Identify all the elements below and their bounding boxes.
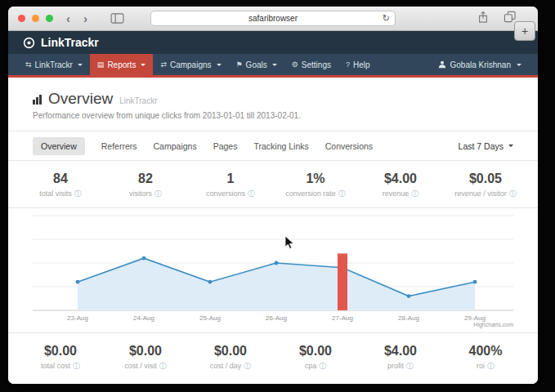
info-icon[interactable]: ⓘ (73, 363, 80, 370)
info-icon[interactable]: ⓘ (244, 363, 251, 370)
stat-total-visits: 84 total visitsⓘ (18, 172, 103, 198)
info-icon[interactable]: ⓘ (338, 190, 346, 198)
tab-overview[interactable]: Overview (33, 137, 85, 155)
stat-value: $0.05 (443, 172, 528, 186)
app-header: LinkTrackr (8, 31, 538, 54)
info-icon[interactable]: ⓘ (509, 190, 517, 198)
stat-label: conversion rate (285, 189, 336, 198)
chart-credit: Highcharts.com (473, 322, 513, 327)
help-icon: ? (346, 60, 350, 69)
tab-tracking-links[interactable]: Tracking Links (253, 141, 308, 151)
stat-cost-per-visit: $0.00 cost / visitⓘ (103, 344, 188, 370)
stats-top-row: 84 total visitsⓘ 82 visitorsⓘ 1 conversi… (8, 161, 538, 207)
tab-pages[interactable]: Pages (213, 141, 238, 151)
stat-cost-per-day: $0.00 cost / dayⓘ (188, 344, 273, 370)
caret-down-icon (517, 64, 521, 66)
minimize-window-button[interactable] (32, 15, 39, 22)
stat-label: total cost (41, 362, 70, 370)
info-icon[interactable]: ⓘ (487, 363, 495, 370)
stat-label: cpa (305, 362, 317, 370)
window-controls (18, 15, 53, 22)
stat-value: 82 (103, 172, 188, 186)
stat-roi: 400% roiⓘ (443, 344, 528, 370)
nav-item-settings[interactable]: ⚙ Settings (284, 54, 338, 75)
date-range-selector[interactable]: Last 7 Days (459, 141, 513, 151)
stat-conversions: 1 conversionsⓘ (188, 172, 273, 198)
stat-label: cost / visit (124, 362, 157, 370)
stat-revenue-per-visitor: $0.05 revenue / visitorⓘ (443, 172, 528, 198)
stat-visitors: 82 visitorsⓘ (103, 172, 188, 198)
stat-value: $0.00 (188, 344, 273, 359)
brand-name: LinkTrackr (41, 36, 99, 49)
info-icon[interactable]: ⓘ (319, 363, 326, 370)
bar-chart-icon (33, 95, 42, 105)
nav-item-label: Goals (246, 60, 267, 69)
svg-text:29-Aug: 29-Aug (464, 314, 486, 322)
nav-item-reports[interactable]: ▤ Reports (90, 54, 154, 75)
page-title-suffix: LinkTrackr (119, 96, 157, 105)
address-bar-text: safaribrowser (248, 14, 298, 23)
stat-value: $4.00 (358, 172, 443, 186)
info-icon[interactable]: ⓘ (159, 363, 167, 370)
divider (8, 207, 538, 208)
flag-icon: ⚑ (236, 60, 243, 69)
forward-button[interactable]: › (83, 12, 87, 24)
gear-icon: ⚙ (292, 60, 298, 69)
main-nav: ⇆ LinkTrackr ▤ Reports ⇄ Campaigns ⚑ Goa… (8, 54, 538, 75)
stat-value: $0.00 (18, 344, 103, 359)
tab-campaigns[interactable]: Campaigns (154, 141, 197, 151)
stat-conversion-rate: 1% conversion rateⓘ (273, 172, 358, 198)
caret-down-icon (272, 64, 277, 66)
stat-value: 84 (18, 172, 103, 186)
nav-item-goals[interactable]: ⚑ Goals (229, 54, 284, 75)
retweet-icon: ⇆ (25, 60, 32, 69)
stat-label: revenue (383, 189, 410, 198)
page-head: Overview LinkTrackr Performance overview… (8, 78, 538, 131)
date-range-label: Last 7 Days (459, 141, 504, 151)
stat-label: profit (387, 362, 404, 370)
stat-value: 1 (188, 172, 273, 186)
nav-item-linktrackr[interactable]: ⇆ LinkTrackr (18, 54, 90, 75)
shuffle-icon: ⇄ (160, 60, 167, 69)
caret-down-icon (217, 64, 222, 66)
add-button[interactable]: + (514, 21, 535, 41)
svg-text:27-Aug: 27-Aug (332, 314, 353, 322)
address-bar[interactable]: safaribrowser ↻ (150, 11, 396, 26)
info-icon[interactable]: ⓘ (406, 363, 414, 370)
sidebar-toggle-button[interactable] (110, 13, 124, 24)
nav-item-label: Help (353, 60, 370, 69)
close-window-button[interactable] (18, 15, 25, 22)
info-icon[interactable]: ⓘ (411, 190, 418, 198)
nav-item-label: LinkTrackr (35, 60, 73, 69)
user-icon (438, 60, 446, 69)
stat-label: conversions (206, 189, 245, 198)
zoom-window-button[interactable] (46, 15, 53, 22)
browser-toolbar: ‹ › safaribrowser ↻ (8, 7, 538, 31)
mouse-cursor (284, 235, 294, 250)
user-menu[interactable]: Gobala Krishnan (432, 54, 529, 75)
tab-referrers[interactable]: Referrers (101, 141, 137, 151)
nav-item-campaigns[interactable]: ⇄ Campaigns (153, 54, 228, 75)
info-icon[interactable]: ⓘ (248, 190, 255, 198)
info-icon[interactable]: ⓘ (74, 190, 82, 198)
nav-item-label: Campaigns (170, 60, 212, 69)
stat-label: total visits (39, 189, 72, 198)
caret-down-icon (78, 64, 83, 66)
tab-conversions[interactable]: Conversions (325, 141, 373, 151)
back-button[interactable]: ‹ (66, 12, 70, 24)
svg-text:24-Aug: 24-Aug (133, 314, 154, 322)
share-button[interactable] (477, 11, 489, 27)
caret-down-icon (508, 145, 513, 147)
stat-value: $4.00 (358, 344, 443, 359)
nav-item-label: Settings (302, 60, 331, 69)
stat-value: 400% (443, 344, 528, 359)
linktrackr-logo-icon (23, 37, 35, 49)
chart-canvas: 23-Aug24-Aug25-Aug26-Aug27-Aug28-Aug29-A… (33, 212, 513, 326)
stat-cpa: $0.00 cpaⓘ (273, 344, 358, 370)
refresh-icon[interactable]: ↻ (383, 13, 390, 24)
page-title: Overview (48, 90, 113, 108)
info-icon[interactable]: ⓘ (154, 190, 162, 198)
stat-label: roi (477, 362, 485, 370)
nav-item-help[interactable]: ? Help (338, 54, 378, 75)
stat-total-cost: $0.00 total costⓘ (18, 344, 103, 370)
